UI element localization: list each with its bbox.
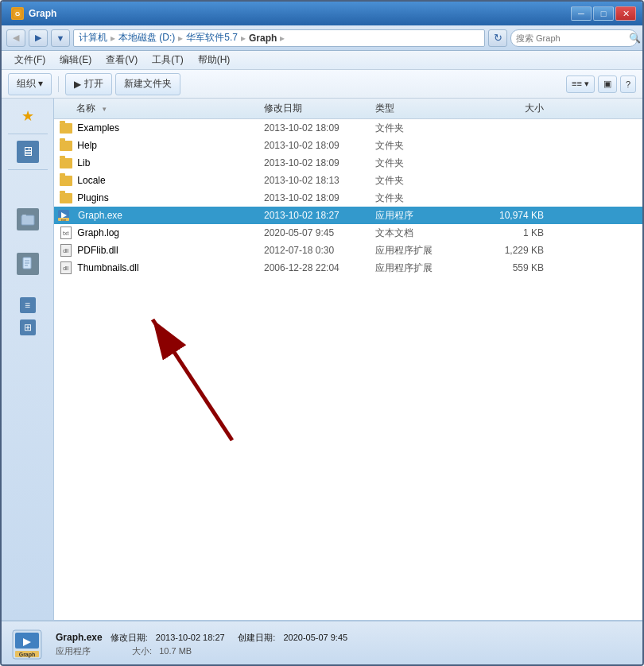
sidebar-computer-icon[interactable]: 🖥: [17, 141, 39, 163]
file-icon-container: [57, 174, 74, 187]
breadcrumb-sep2: ▸: [178, 33, 183, 44]
file-icon-container: dll: [57, 261, 74, 274]
file-date: 2006-12-28 22:04: [264, 262, 375, 273]
status-modified-value: 2013-10-02 18:27: [156, 633, 225, 642]
sidebar-divider2: [8, 169, 48, 170]
svg-text:G: G: [15, 10, 20, 17]
menu-help[interactable]: 帮助(H): [192, 52, 237, 68]
search-input[interactable]: [516, 33, 626, 43]
log-icon: txt: [60, 227, 72, 239]
breadcrumb-drive[interactable]: 本地磁盘 (D:): [118, 31, 175, 45]
toolbar: 组织 ▾ ▶ 打开 新建文件夹 ≡≡ ▾ ▣ ?: [2, 70, 642, 99]
sidebar-extra-icons: ≡ ⊞: [20, 297, 36, 335]
dll-icon: dll: [60, 261, 72, 274]
open-label: 打开: [84, 77, 103, 91]
breadcrumb-sep4: ▸: [280, 33, 285, 44]
close-button[interactable]: ✕: [615, 6, 636, 21]
maximize-button[interactable]: □: [593, 6, 614, 21]
sidebar-extra2[interactable]: ⊞: [20, 319, 36, 335]
file-type: 文件夹: [375, 139, 471, 153]
file-icon-container: exe: [57, 209, 75, 222]
table-row[interactable]: Lib 2013-10-02 18:09 文件夹: [54, 154, 642, 172]
open-icon: ▶: [74, 79, 81, 90]
file-date: 2013-10-02 18:27: [264, 210, 375, 221]
file-name: Help: [77, 140, 264, 151]
table-row[interactable]: Plugins 2013-10-02 18:09 文件夹: [54, 189, 642, 207]
file-date: 2020-05-07 9:45: [264, 227, 375, 238]
file-icon-container: [57, 122, 74, 134]
col-type-header[interactable]: 类型: [375, 102, 471, 115]
file-date: 2012-07-18 0:30: [264, 245, 375, 256]
breadcrumb-sep3: ▸: [241, 33, 246, 44]
table-row[interactable]: dll PDFlib.dll 2012-07-18 0:30 应用程序扩展 1,…: [54, 242, 642, 259]
exe-icon: exe: [57, 209, 70, 222]
status-created-value: 2020-05-07 9:45: [283, 633, 347, 642]
help-button[interactable]: ?: [620, 76, 636, 93]
file-name: PDFlib.dll: [77, 245, 264, 256]
file-date: 2013-10-02 18:09: [264, 122, 375, 134]
menu-file[interactable]: 文件(F): [8, 52, 52, 68]
file-type: 应用程序: [375, 209, 471, 223]
forward-button[interactable]: ▶: [29, 29, 48, 47]
table-row[interactable]: txt Graph.log 2020-05-07 9:45 文本文档 1 KB: [54, 224, 642, 242]
sidebar-folder-icon[interactable]: [17, 208, 39, 230]
col-name-header[interactable]: 名称 ▼: [57, 102, 264, 115]
file-name: Graph.exe: [78, 210, 264, 221]
col-date-header[interactable]: 修改日期: [264, 102, 375, 115]
file-icon-container: [57, 157, 74, 169]
file-name: Graph.log: [77, 227, 264, 238]
sidebar: ★ 🖥 ≡ ⊞: [2, 99, 54, 620]
file-list: Examples 2013-10-02 18:09 文件夹 Help 2013-…: [54, 119, 642, 620]
file-name: Examples: [77, 122, 264, 134]
file-type: 文件夹: [375, 122, 471, 135]
window-title: Graph: [29, 8, 56, 19]
sort-arrow: ▼: [101, 106, 107, 113]
status-modified-label: 修改日期:: [111, 633, 148, 642]
table-row[interactable]: Examples 2013-10-02 18:09 文件夹: [54, 119, 642, 137]
title-bar: G Graph ─ □ ✕: [2, 2, 642, 25]
breadcrumb-current: Graph: [249, 33, 277, 44]
table-row[interactable]: Locale 2013-10-02 18:13 文件夹: [54, 172, 642, 189]
file-size: 1 KB: [471, 227, 550, 238]
dropdown-button[interactable]: ▼: [51, 29, 70, 47]
minimize-button[interactable]: ─: [571, 6, 592, 21]
status-created-label: 创建日期:: [238, 633, 275, 642]
folder-icon: [60, 193, 72, 203]
sidebar-doc-icon[interactable]: [17, 253, 39, 275]
back-button[interactable]: ◀: [6, 29, 25, 47]
pane-button[interactable]: ▣: [598, 76, 617, 93]
svg-rect-2: [21, 215, 34, 225]
menu-edit[interactable]: 编辑(E): [53, 52, 98, 68]
view-toggle-button[interactable]: ≡≡ ▾: [566, 76, 595, 93]
file-date: 2013-10-02 18:09: [264, 140, 375, 151]
breadcrumb-computer[interactable]: 计算机: [79, 31, 107, 45]
favorites-icon[interactable]: ★: [17, 105, 39, 127]
file-size: 1,229 KB: [471, 245, 550, 256]
file-icon-container: [57, 192, 74, 204]
file-icon-container: txt: [57, 227, 74, 239]
svg-rect-4: [22, 215, 26, 216]
refresh-button[interactable]: ↻: [488, 29, 507, 47]
table-row[interactable]: Help 2013-10-02 18:09 文件夹: [54, 137, 642, 154]
status-info: Graph.exe 修改日期: 2013-10-02 18:27 创建日期: 2…: [56, 632, 633, 657]
folder-icon: [60, 141, 72, 151]
table-row[interactable]: dll Thumbnails.dll 2006-12-28 22:04 应用程序…: [54, 259, 642, 277]
menu-tools[interactable]: 工具(T): [145, 52, 189, 68]
open-button[interactable]: ▶ 打开: [65, 73, 112, 95]
organize-button[interactable]: 组织 ▾: [8, 73, 52, 95]
breadcrumb: 计算机 ▸ 本地磁盘 (D:) ▸ 华军软件5.7 ▸ Graph ▸: [73, 29, 485, 47]
breadcrumb-folder[interactable]: 华军软件5.7: [186, 31, 238, 45]
sidebar-extra1[interactable]: ≡: [20, 297, 36, 313]
col-size-header[interactable]: 大小: [471, 102, 550, 115]
file-type: 文本文档: [375, 227, 471, 240]
file-icon-container: dll: [57, 244, 74, 257]
table-row[interactable]: exe Graph.exe 2013-10-02 18:27 应用程序 10,9…: [54, 207, 642, 224]
file-size: 10,974 KB: [471, 210, 550, 221]
search-icon: 🔍: [629, 33, 641, 44]
new-folder-button[interactable]: 新建文件夹: [115, 73, 180, 95]
menu-view[interactable]: 查看(V): [99, 52, 144, 68]
file-name: Lib: [77, 157, 264, 168]
folder-icon: [60, 158, 72, 168]
title-bar-left: G Graph: [11, 7, 56, 20]
file-type: 文件夹: [375, 174, 471, 188]
